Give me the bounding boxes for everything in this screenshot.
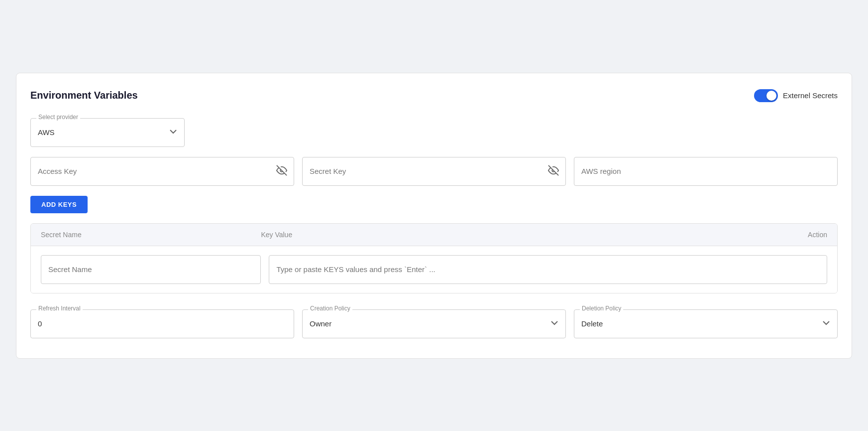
creation-policy-field: Creation Policy Owner Merge None bbox=[302, 309, 566, 338]
secrets-table: Secret Name Key Value Action bbox=[30, 223, 838, 293]
add-keys-button[interactable]: ADD KEYS bbox=[30, 196, 88, 213]
toggle-thumb bbox=[766, 91, 776, 101]
col-header-key-value: Key Value bbox=[261, 231, 787, 239]
external-secrets-toggle[interactable] bbox=[754, 89, 778, 102]
external-secrets-toggle-group: Externel Secrets bbox=[754, 89, 838, 102]
creation-policy-select[interactable]: Owner Merge None bbox=[302, 309, 566, 338]
deletion-policy-wrapper: Deletion Policy Delete Retain Merge bbox=[574, 309, 838, 338]
col-header-action: Action bbox=[787, 231, 827, 239]
refresh-interval-wrapper: Refresh Interval 0 bbox=[30, 309, 294, 338]
aws-region-input[interactable] bbox=[574, 157, 838, 186]
refresh-interval-label: Refresh Interval bbox=[36, 305, 83, 312]
refresh-interval-field: Refresh Interval 0 bbox=[30, 309, 294, 338]
col-header-secret-name: Secret Name bbox=[41, 231, 261, 239]
toggle-label: Externel Secrets bbox=[783, 91, 838, 100]
table-header: Secret Name Key Value Action bbox=[31, 224, 837, 246]
secret-key-wrapper bbox=[302, 157, 566, 186]
provider-field-wrapper: Select provider AWS GCP Azure Vault bbox=[30, 118, 185, 147]
secret-key-eye-icon[interactable] bbox=[548, 165, 559, 178]
keys-field-group bbox=[30, 157, 838, 186]
bottom-fields-group: Refresh Interval 0 Creation Policy Owner… bbox=[30, 309, 838, 338]
refresh-interval-input[interactable]: 0 bbox=[30, 309, 294, 338]
deletion-policy-field: Deletion Policy Delete Retain Merge bbox=[574, 309, 838, 338]
table-row bbox=[31, 246, 837, 293]
provider-label: Select provider bbox=[36, 114, 80, 121]
creation-policy-wrapper: Creation Policy Owner Merge None bbox=[302, 309, 566, 338]
secret-name-input[interactable] bbox=[41, 255, 261, 284]
main-card: Environment Variables Externel Secrets S… bbox=[16, 73, 852, 359]
access-key-wrapper bbox=[30, 157, 294, 186]
secret-key-input[interactable] bbox=[302, 157, 566, 186]
aws-region-wrapper bbox=[574, 157, 838, 186]
secret-name-cell bbox=[41, 255, 261, 284]
creation-policy-label: Creation Policy bbox=[308, 305, 352, 312]
deletion-policy-label: Deletion Policy bbox=[580, 305, 623, 312]
page-title: Environment Variables bbox=[30, 90, 138, 101]
deletion-policy-select[interactable]: Delete Retain Merge bbox=[574, 309, 838, 338]
access-key-input[interactable] bbox=[30, 157, 294, 186]
provider-select[interactable]: AWS GCP Azure Vault bbox=[30, 118, 185, 147]
provider-section: Select provider AWS GCP Azure Vault bbox=[30, 118, 838, 147]
access-key-eye-icon[interactable] bbox=[276, 165, 287, 178]
key-value-cell bbox=[269, 255, 827, 284]
key-value-input[interactable] bbox=[269, 255, 827, 284]
card-header: Environment Variables Externel Secrets bbox=[30, 89, 838, 102]
